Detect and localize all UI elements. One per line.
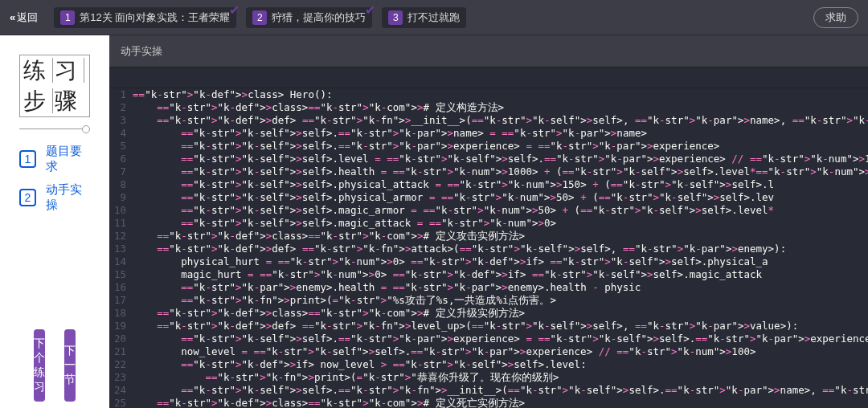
nav-tab-1[interactable]: 1第12关 面向对象实践：王者荣耀✔ <box>54 7 236 28</box>
prev-exercise-button[interactable]: 下个练习 <box>34 329 45 402</box>
nav-num: 2 <box>252 10 267 25</box>
panel-title: 动手实操 <box>121 44 162 59</box>
check-icon: ✔ <box>365 2 375 18</box>
nav-label: 打不过就跑 <box>407 10 460 25</box>
line-gutter: 1234567891011121314151617181920212223242… <box>109 88 133 408</box>
step-link-1[interactable]: 1题目要求 <box>19 144 90 174</box>
step-num: 1 <box>19 150 36 168</box>
nav-num: 3 <box>388 10 403 25</box>
section-title: 练习步骤 <box>19 55 90 117</box>
nav-label: 狩猎，提高你的技巧 <box>272 10 366 25</box>
divider <box>19 129 90 129</box>
code-editor[interactable]: ⤢ ▦ ✎ 1234567891011121314151617181920212… <box>109 67 868 408</box>
back-button[interactable]: « 返回 <box>10 10 38 25</box>
step-label: 动手实操 <box>46 182 90 213</box>
instructions-pane: 练习步骤 1题目要求2动手实操 下个练习 下一节 <box>0 35 109 408</box>
panel-header: 动手实操 重做 分享 <box>109 35 868 67</box>
step-label: 题目要求 <box>46 144 90 174</box>
nav-tab-3[interactable]: 3打不过就跑 <box>382 7 466 28</box>
chevron-left-icon: « <box>10 11 14 23</box>
editor-toolbar: ⤢ ▦ ✎ <box>109 67 868 88</box>
help-button[interactable]: 求助 <box>813 7 858 28</box>
nav-tab-2[interactable]: 2狩猎，提高你的技巧✔ <box>246 7 372 28</box>
step-link-2[interactable]: 2动手实操 <box>19 182 90 213</box>
nav-num: 1 <box>60 10 75 25</box>
check-icon: ✔ <box>229 2 240 18</box>
top-bar: « 返回 1第12关 面向对象实践：王者荣耀✔2狩猎，提高你的技巧✔3打不过就跑… <box>0 0 868 35</box>
next-section-button[interactable]: 下一节 <box>64 329 76 402</box>
back-label: 返回 <box>17 10 38 25</box>
step-num: 2 <box>19 189 36 206</box>
code-content[interactable]: =="k-str">"k-def">>class> Hero(): =="k-s… <box>133 88 868 408</box>
nav-label: 第12关 面向对象实践：王者荣耀 <box>80 10 230 25</box>
